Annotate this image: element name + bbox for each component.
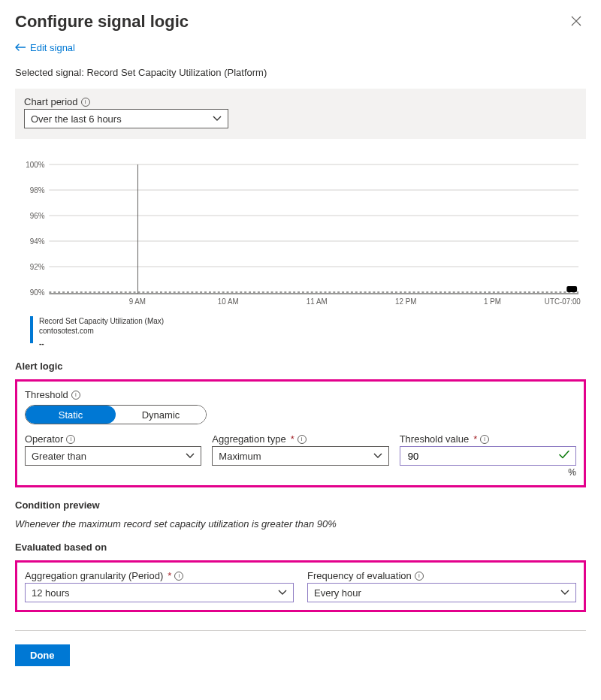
frequency-label: Frequency of evaluation [307, 570, 412, 581]
selected-signal-text: Selected signal: Record Set Capacity Uti… [15, 67, 586, 78]
chart-data-point [566, 286, 577, 292]
threshold-toggle[interactable]: Static Dynamic [25, 405, 207, 424]
evaluated-heading: Evaluated based on [15, 542, 586, 553]
y-tick-label: 92% [30, 263, 45, 271]
info-icon[interactable]: i [297, 435, 307, 444]
threshold-option-static[interactable]: Static [26, 406, 116, 424]
chart-area: 100% 98% 96% 94% 92% 90% 9 AM 10 AM 11 A… [15, 148, 586, 348]
chevron-down-icon [213, 116, 222, 122]
close-button[interactable] [566, 12, 586, 30]
granularity-select[interactable]: 12 hours [25, 583, 294, 602]
alert-logic-heading: Alert logic [15, 361, 586, 372]
chevron-down-icon [560, 590, 569, 596]
x-tick-label: 9 AM [129, 297, 146, 306]
legend-color-swatch [30, 316, 33, 343]
chart-period-select[interactable]: Over the last 6 hours [24, 109, 228, 128]
info-icon[interactable]: i [415, 572, 424, 581]
x-tick-label: 1 PM [484, 297, 501, 306]
x-tick-label: 12 PM [395, 297, 416, 306]
chevron-down-icon [186, 453, 195, 459]
condition-preview-heading: Condition preview [15, 499, 586, 511]
edit-signal-label: Edit signal [30, 42, 75, 53]
threshold-value-input-wrap [400, 446, 576, 466]
aggregation-type-label: Aggregation type [212, 433, 285, 445]
threshold-label: Threshold [25, 389, 68, 400]
arrow-left-icon [15, 42, 26, 53]
x-tick-label: 11 AM [307, 297, 328, 306]
info-icon[interactable]: i [71, 391, 80, 400]
threshold-value-label: Threshold value [400, 433, 470, 445]
operator-select[interactable]: Greater than [25, 446, 201, 466]
y-tick-label: 100% [26, 161, 44, 169]
frequency-select[interactable]: Every hour [307, 583, 576, 602]
y-tick-label: 98% [30, 186, 45, 195]
threshold-value-input[interactable] [406, 447, 554, 465]
evaluation-box: Aggregation granularity (Period)* i 12 h… [15, 560, 586, 612]
legend-current-value: -- [39, 339, 164, 348]
close-icon [571, 13, 581, 29]
done-button[interactable]: Done [15, 644, 70, 666]
legend-series-name: Record Set Capacity Utilization (Max) [39, 317, 164, 325]
info-icon[interactable]: i [480, 435, 489, 444]
chart-legend: Record Set Capacity Utilization (Max) co… [30, 316, 581, 348]
x-tick-label: UTC-07:00 [545, 297, 581, 306]
granularity-label: Aggregation granularity (Period) [25, 570, 163, 581]
checkmark-icon [559, 451, 569, 462]
page-title: Configure signal logic [15, 12, 189, 32]
chart-period-section: Chart period i Over the last 6 hours [15, 89, 586, 139]
operator-label: Operator [25, 433, 63, 445]
operator-value: Greater than [32, 451, 86, 462]
info-icon[interactable]: i [81, 98, 90, 107]
condition-preview-text: Whenever the maximum record set capacity… [15, 518, 586, 530]
chart-svg: 100% 98% 96% 94% 92% 90% 9 AM 10 AM 11 A… [20, 152, 581, 310]
legend-resource-name: contosotest.com [39, 326, 164, 336]
threshold-option-dynamic[interactable]: Dynamic [116, 406, 206, 424]
edit-signal-link[interactable]: Edit signal [15, 42, 75, 53]
aggregation-type-value: Maximum [219, 451, 261, 462]
chevron-down-icon [373, 453, 382, 459]
y-tick-label: 90% [30, 288, 45, 297]
granularity-value: 12 hours [32, 587, 70, 599]
aggregation-type-select[interactable]: Maximum [212, 446, 388, 466]
footer-divider [15, 630, 586, 631]
chart-period-value: Over the last 6 hours [31, 113, 122, 125]
threshold-unit: % [400, 467, 576, 478]
frequency-value: Every hour [314, 587, 361, 599]
y-tick-label: 94% [30, 237, 45, 246]
info-icon[interactable]: i [66, 435, 75, 444]
alert-logic-box: Threshold i Static Dynamic Operator i Gr… [15, 379, 586, 487]
chart-period-label: Chart period [24, 96, 78, 107]
info-icon[interactable]: i [174, 572, 183, 581]
y-tick-label: 96% [30, 212, 45, 220]
chevron-down-icon [278, 590, 287, 596]
x-tick-label: 10 AM [218, 297, 239, 306]
